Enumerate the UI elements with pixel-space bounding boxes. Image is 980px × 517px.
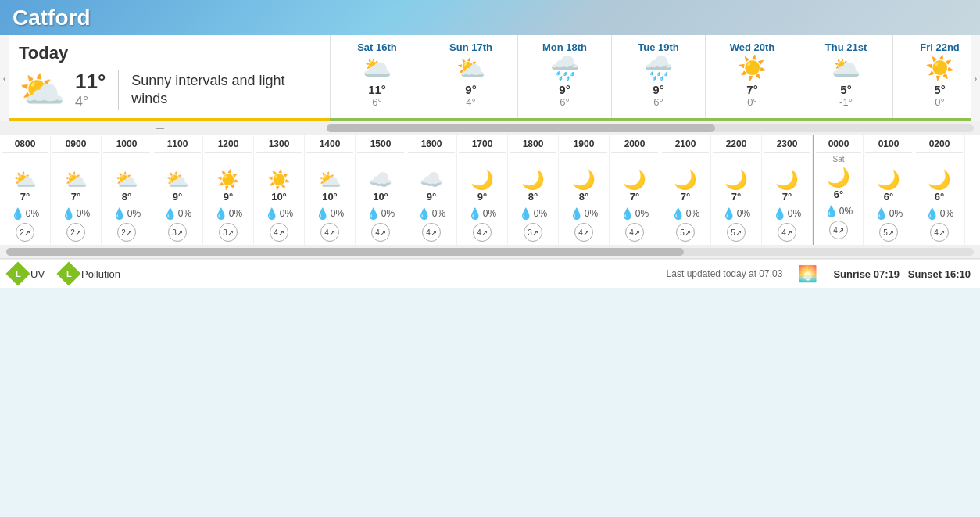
wind-speed: 4↗ (629, 228, 640, 237)
precip-pct: 0% (280, 208, 293, 219)
wind-circle: 4↗ (371, 223, 390, 242)
forecast-day-icon: 🌧️ (523, 56, 606, 80)
today-description: Sunny intervals and light winds (131, 72, 320, 109)
precip-icon: 💧 (11, 207, 24, 220)
hour-icon: 🌙 (816, 168, 861, 187)
forecast-high: 9° (617, 83, 700, 96)
hour-icon: ⛅ (103, 171, 150, 189)
precip-pct: 0% (331, 208, 344, 219)
precip-icon: 💧 (468, 207, 481, 220)
wind-circle: 4↗ (778, 223, 796, 242)
today-temp-low: 4° (75, 94, 106, 110)
pollution-badge: L Pollution (60, 265, 120, 282)
wind-circle: 3↗ (219, 223, 238, 242)
today-icon-area: ⛅ (19, 71, 66, 109)
hour-col-8: 1600 ☁️ 9° 💧 0% 4↗ (406, 135, 457, 245)
precip-icon: 💧 (163, 207, 177, 220)
left-nav-arrow[interactable]: ‹ (0, 35, 9, 121)
precip-icon: 💧 (62, 207, 75, 220)
hour-temp: 8° (510, 191, 556, 203)
forecast-strip: Sat 16th 🌥️ 11° 6° Sun 17th ⛅ 9° 4° Mon … (330, 35, 971, 121)
hour-col-18: 0200 🌙 6° 💧 0% 4↗ (914, 135, 965, 245)
hour-time: 1900 (560, 138, 607, 153)
hour-col-12: 2000 🌙 7° 💧 0% 4↗ (610, 135, 660, 245)
hour-icon: 🌙 (611, 171, 658, 189)
precip-icon: 💧 (621, 207, 634, 220)
wind-row: 5↗ (865, 223, 912, 242)
forecast-low: 4° (429, 96, 513, 108)
forecast-day-icon: ☀️ (710, 56, 794, 80)
wind-circle: 5↗ (727, 223, 746, 242)
hour-col-7: 1500 ☁️ 10° 💧 0% 4↗ (356, 135, 406, 245)
precip-pct: 0% (127, 208, 141, 219)
forecast-day-icon: ☀️ (898, 56, 971, 80)
right-nav-arrow[interactable]: › (971, 35, 980, 121)
precip-icon: 💧 (113, 207, 126, 220)
footer-left: L UV L Pollution (9, 265, 120, 282)
precip-pct: 0% (229, 208, 242, 219)
hour-time: 0900 (52, 138, 99, 153)
hour-precip-row: 💧 0% (52, 207, 99, 220)
hour-precip-row: 💧 0% (103, 207, 150, 220)
hour-time: 1000 (103, 138, 150, 153)
precip-icon: 💧 (874, 207, 888, 220)
today-temps: 11° 4° (75, 70, 119, 110)
forecast-day-0: Sat 16th 🌥️ 11° 6° (330, 35, 424, 118)
precip-pct: 0% (839, 206, 853, 217)
wind-row: 4↗ (916, 223, 963, 242)
hour-icon: 🌙 (459, 171, 506, 189)
wind-speed: 3↗ (172, 228, 183, 237)
uv-label: UV (30, 268, 45, 280)
forecast-high: 5° (898, 83, 971, 96)
hour-time: 1400 (306, 138, 353, 153)
forecast-day-name: Sat 16th (335, 41, 419, 53)
precip-icon: 💧 (722, 207, 735, 220)
hour-col-16: 0000 Sat 🌙 6° 💧 0% 4↗ (813, 135, 864, 245)
hour-icon: 🌙 (510, 171, 556, 189)
hour-col-1: 0900 ⛅ 7° 💧 0% 2↗ (51, 135, 102, 245)
hour-temp: 7° (52, 191, 99, 203)
hour-icon: 🌙 (713, 171, 760, 189)
hour-temp: 10° (306, 191, 353, 203)
precip-icon: 💧 (570, 207, 583, 220)
hour-col-4: 1200 ☀️ 9° 💧 0% 3↗ (203, 135, 254, 245)
precip-pct: 0% (889, 208, 903, 219)
wind-circle: 4↗ (829, 221, 848, 239)
wind-row: 4↗ (459, 223, 506, 242)
hour-col-3: 1100 ⛅ 9° 💧 0% 3↗ (152, 135, 203, 245)
wind-speed: 5↗ (731, 228, 742, 237)
precip-icon: 💧 (925, 207, 939, 220)
hour-precip-row: 💧 0% (865, 207, 912, 220)
scroll-bar-bottom[interactable] (0, 245, 980, 259)
hour-time: 0100 (865, 138, 912, 153)
forecast-high: 9° (429, 83, 513, 96)
wind-speed: 3↗ (528, 228, 538, 237)
hour-precip-row: 💧 0% (154, 207, 201, 220)
hour-col-15: 2300 🌙 7° 💧 0% 4↗ (762, 135, 813, 245)
wind-row: 4↗ (357, 223, 404, 242)
hour-time: 0200 (916, 138, 963, 153)
precip-pct: 0% (26, 208, 39, 219)
hour-temp: 9° (205, 191, 252, 203)
sunrise-icon: 🌅 (798, 264, 817, 283)
wind-speed: 4↗ (833, 226, 844, 235)
hour-time: 1500 (357, 138, 404, 153)
hour-precip-row: 💧 0% (306, 207, 353, 220)
precip-icon: 💧 (367, 207, 380, 220)
forecast-low: 6° (617, 96, 700, 108)
hour-icon: 🌙 (916, 171, 963, 189)
forecast-low: 6° (523, 96, 606, 108)
wind-circle: 2↗ (16, 223, 34, 242)
precip-icon: 💧 (824, 205, 838, 217)
scroll-bar-top[interactable]: — (0, 121, 980, 135)
hour-temp: 8° (103, 191, 150, 203)
forecast-low: 6° (335, 96, 419, 108)
wind-row: 3↗ (205, 223, 252, 242)
wind-circle: 4↗ (320, 223, 339, 242)
hour-temp: 7° (611, 191, 658, 203)
precip-pct: 0% (940, 208, 953, 219)
precip-pct: 0% (737, 208, 750, 219)
hour-time: 1100 (154, 138, 201, 153)
forecast-day-3: Tue 19th 🌧️ 9° 6° (611, 35, 705, 118)
hour-icon: ☀️ (205, 171, 252, 189)
